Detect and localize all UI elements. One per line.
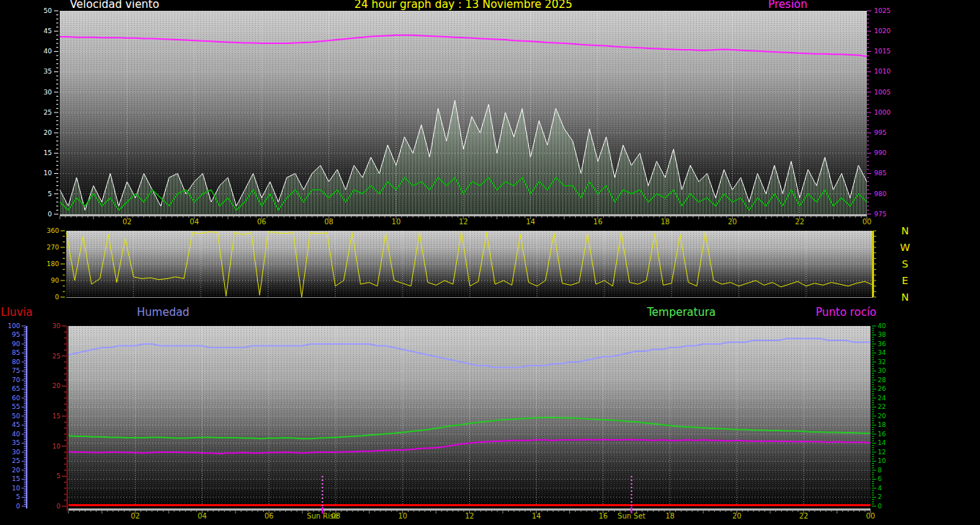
axis-tick-label: 1015	[874, 48, 891, 55]
hour-label: 18	[665, 512, 674, 520]
hour-label: 06	[264, 512, 274, 520]
axis-tick-label: 45	[12, 421, 20, 428]
axis-tick-label: 14	[878, 439, 886, 446]
hour-label: 18	[661, 218, 670, 226]
axis-tick-label: 0	[16, 503, 20, 510]
axis-tick-label: 24	[878, 394, 886, 402]
hour-label: 20	[732, 512, 741, 520]
hour-label: 04	[197, 512, 207, 520]
axis-tick-label: 40	[878, 322, 886, 330]
hour-label: 02	[130, 512, 140, 520]
axis-tick-label: 1020	[874, 27, 891, 35]
axis-tick-label: 45	[44, 27, 52, 35]
axis-tick-label: 1000	[874, 109, 891, 116]
hour-label: 10	[398, 512, 407, 520]
axis-tick-label: 4	[878, 485, 882, 492]
axis-tick-label: 10	[12, 485, 21, 492]
axis-tick-label: 8	[878, 467, 882, 474]
axis-tick-label: 30	[12, 449, 21, 456]
axis-tick-label: 85	[12, 349, 20, 356]
axis-tick-label: 25	[53, 353, 61, 360]
axis-tick-label: 30	[878, 367, 886, 374]
pressure-label: Presión	[768, 0, 808, 10]
axis-tick-label: 180	[47, 260, 59, 268]
axis-tick-label: 1005	[874, 89, 891, 96]
axis-tick-label: 2	[878, 493, 882, 500]
axis-tick-label: 1025	[874, 7, 891, 14]
axis-tick-label: 25	[44, 109, 52, 116]
hour-label: 22	[795, 218, 804, 226]
axis-tick-label: 35	[44, 68, 52, 75]
axis-tick-label: 5	[16, 493, 20, 500]
axis-tick-label: 90	[51, 277, 60, 284]
compass-label: E	[902, 275, 909, 286]
axis-tick-label: 40	[44, 48, 53, 55]
hour-label: 08	[324, 218, 334, 226]
axis-tick-label: 270	[47, 244, 59, 251]
hour-label: 02	[122, 218, 132, 226]
axis-tick-label: 5	[48, 190, 52, 198]
axis-tick-label: 30	[44, 89, 53, 96]
axis-tick-label: 20	[53, 382, 61, 389]
axis-tick-label: 10	[44, 169, 53, 177]
axis-tick-label: 990	[874, 149, 886, 156]
axis-tick-label: 16	[878, 431, 886, 438]
axis-tick-label: 95	[12, 331, 20, 338]
temperature-label: Temperatura	[647, 306, 716, 318]
chart-canvas: 0510152025303540455097598098599099510001…	[0, 0, 980, 525]
axis-tick-label: 15	[12, 475, 20, 482]
hour-label: 12	[459, 218, 468, 226]
axis-tick-label: 80	[12, 358, 21, 366]
sun-marker-label: Sun Rise	[307, 512, 338, 520]
axis-tick-label: 1010	[874, 68, 891, 75]
hour-label: 14	[532, 512, 541, 520]
axis-tick-label: 0	[48, 211, 52, 218]
axis-tick-label: 995	[874, 129, 886, 136]
axis-tick-label: 30	[53, 322, 61, 330]
axis-tick-label: 10	[53, 443, 61, 450]
axis-tick-label: 0	[55, 294, 59, 301]
axis-tick-label: 5	[56, 472, 61, 480]
axis-tick-label: 90	[12, 340, 21, 348]
humidity-label: Humedad	[137, 306, 190, 318]
hour-label: 20	[728, 218, 737, 226]
axis-tick-label: 20	[12, 467, 21, 474]
axis-tick-label: 70	[12, 376, 21, 384]
axis-tick-label: 360	[47, 227, 59, 234]
axis-tick-label: 12	[878, 449, 886, 456]
axis-tick-label: 15	[53, 412, 61, 420]
axis-tick-label: 35	[12, 439, 20, 446]
axis-tick-label: 25	[12, 457, 20, 464]
dewpoint-label: Punto rocío	[816, 306, 876, 318]
axis-tick-label: 38	[878, 331, 886, 338]
compass-label: N	[901, 291, 909, 303]
axis-tick-label: 50	[12, 412, 21, 420]
axis-tick-label: 985	[874, 169, 886, 177]
axis-tick-label: 100	[8, 322, 20, 330]
compass-label: S	[902, 258, 909, 270]
hour-label: 16	[599, 512, 608, 520]
axis-tick-label: 28	[878, 376, 886, 384]
weather-graph-screen: 0510152025303540455097598098599099510001…	[0, 0, 980, 525]
hour-label: 00	[866, 512, 876, 520]
axis-tick-label: 36	[878, 340, 886, 348]
hour-label: 12	[465, 512, 474, 520]
hour-label: 22	[799, 512, 808, 520]
axis-tick-label: 0	[56, 503, 61, 510]
axis-tick-label: 32	[878, 358, 886, 366]
axis-tick-label: 0	[878, 503, 882, 510]
axis-tick-label: 75	[12, 367, 20, 374]
graph-title: 24 hour graph day : 13 Noviembre 2025	[60, 0, 867, 10]
axis-tick-label: 15	[44, 149, 52, 156]
hour-label: 04	[190, 218, 199, 226]
hour-label: 14	[526, 218, 535, 226]
axis-tick-label: 34	[878, 349, 886, 356]
axis-tick-label: 50	[44, 7, 53, 14]
axis-tick-label: 26	[878, 385, 886, 392]
sun-marker-label: Sun Set	[618, 512, 646, 520]
axis-tick-label: 40	[12, 431, 21, 438]
hour-label: 16	[593, 218, 602, 226]
compass-label: N	[901, 225, 909, 237]
axis-tick-label: 980	[874, 190, 886, 198]
axis-tick-label: 10	[878, 457, 886, 464]
